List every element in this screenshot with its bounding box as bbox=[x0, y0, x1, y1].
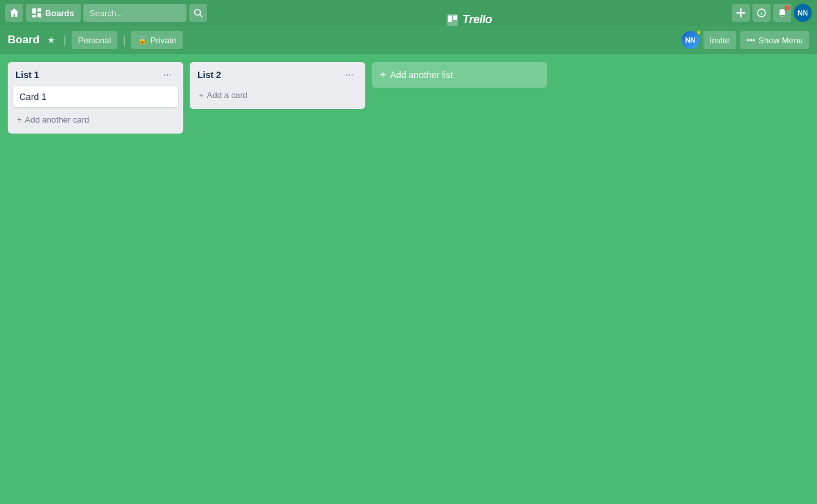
private-button[interactable]: 🔒 Private bbox=[131, 31, 183, 49]
show-menu-label: Show Menu bbox=[758, 35, 803, 45]
plus-icon: + bbox=[17, 115, 22, 125]
boards-label: Boards bbox=[45, 8, 74, 18]
board-bar: Board ★ | Personal | 🔒 Private NN ★ Invi… bbox=[0, 26, 817, 54]
boards-button[interactable]: Boards bbox=[26, 4, 81, 22]
list-1-menu-button[interactable]: ··· bbox=[159, 68, 176, 81]
private-label: Private bbox=[150, 35, 176, 45]
list-1-title[interactable]: List 1 bbox=[15, 70, 39, 80]
list-1-header: List 1··· bbox=[13, 67, 178, 83]
avatar-badge-star: ★ bbox=[696, 30, 701, 35]
add-list-button[interactable]: +Add another list bbox=[372, 62, 547, 88]
add-list-plus-icon: + bbox=[379, 68, 387, 82]
svg-rect-0 bbox=[32, 8, 36, 14]
add-card-label: Add a card bbox=[207, 90, 248, 100]
invite-button[interactable]: Invite bbox=[703, 31, 736, 49]
trello-logo: Trello bbox=[447, 13, 492, 26]
home-button[interactable] bbox=[5, 4, 23, 22]
add-card-button-list-2[interactable]: +Add a card bbox=[195, 86, 360, 104]
add-list-label: Add another list bbox=[390, 70, 453, 80]
notification-button[interactable] bbox=[773, 4, 791, 22]
member-avatar-nn[interactable]: NN ★ bbox=[681, 31, 700, 49]
add-card-label: Add another card bbox=[25, 115, 90, 125]
add-card-button-list-1[interactable]: +Add another card bbox=[13, 111, 178, 128]
svg-rect-1 bbox=[37, 8, 41, 12]
svg-rect-2 bbox=[32, 15, 36, 17]
personal-label: Personal bbox=[78, 35, 111, 45]
separator-1: | bbox=[63, 34, 66, 47]
more-dots-icon: ••• bbox=[747, 35, 756, 45]
member-avatars: NN ★ bbox=[681, 31, 700, 49]
info-button[interactable]: i bbox=[752, 4, 771, 22]
nav-right: i NN bbox=[732, 4, 812, 22]
svg-rect-7 bbox=[449, 15, 452, 22]
trello-logo-text: Trello bbox=[463, 13, 492, 26]
svg-text:i: i bbox=[761, 11, 762, 17]
lock-icon: 🔒 bbox=[137, 35, 147, 45]
svg-rect-3 bbox=[37, 13, 41, 17]
card-1-1[interactable]: Card 1 bbox=[13, 86, 178, 107]
list-2-title[interactable]: List 2 bbox=[197, 70, 221, 80]
create-button[interactable] bbox=[732, 4, 750, 22]
show-menu-button[interactable]: ••• Show Menu bbox=[740, 31, 809, 49]
notification-badge bbox=[785, 5, 790, 10]
board-right: NN ★ Invite ••• Show Menu bbox=[681, 31, 809, 49]
personal-button[interactable]: Personal bbox=[72, 31, 117, 49]
plus-icon: + bbox=[199, 90, 204, 100]
list-2-menu-button[interactable]: ··· bbox=[341, 68, 358, 81]
search-button[interactable] bbox=[189, 4, 207, 22]
list-1: List 1···Card 1+Add another card bbox=[8, 62, 183, 134]
svg-rect-8 bbox=[454, 15, 458, 20]
search-input[interactable] bbox=[83, 4, 187, 22]
star-button[interactable]: ★ bbox=[45, 34, 58, 46]
list-2-header: List 2··· bbox=[195, 67, 360, 83]
user-avatar[interactable]: NN bbox=[794, 4, 812, 22]
separator-2: | bbox=[123, 34, 126, 47]
board-title[interactable]: Board bbox=[8, 34, 39, 46]
svg-line-5 bbox=[199, 15, 202, 17]
board-content: List 1···Card 1+Add another cardList 2··… bbox=[0, 54, 817, 141]
list-2: List 2···+Add a card bbox=[190, 62, 365, 109]
top-nav: Boards Trello i bbox=[0, 0, 817, 26]
